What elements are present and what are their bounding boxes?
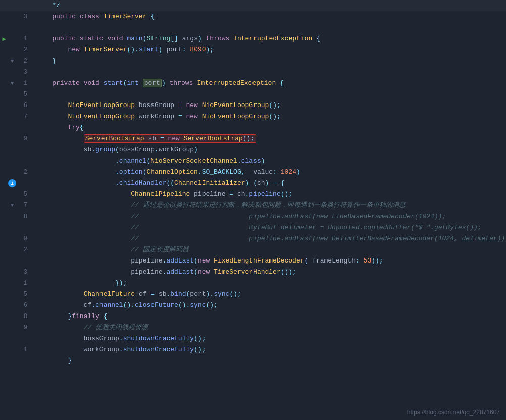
watermark: https://blog.csdn.net/qq_22871607 — [407, 409, 500, 416]
code-content: workGroup.shutdownGracefully(); — [34, 344, 506, 355]
code-line: ▼7 // 通过是否以换行符结果进行判断，解决粘包问题，即每遇到一条换行符算作一… — [0, 200, 506, 211]
line-number: 8 — [16, 213, 30, 220]
code-line: 3 public class TimerServer { — [0, 11, 506, 22]
line-number: 5 — [16, 291, 30, 298]
code-line: 8 }finally { — [0, 311, 506, 322]
line-gutter — [0, 146, 34, 154]
line-gutter: i — [0, 179, 34, 187]
line-gutter: 7 — [0, 113, 34, 121]
code-line: 5 ChannelPipeline pipeline = ch.pipeline… — [0, 189, 506, 200]
line-number: 3 — [16, 69, 30, 76]
line-gutter: ▼2 — [0, 57, 34, 65]
line-number: 1 — [16, 80, 30, 87]
line-number: 7 — [16, 113, 30, 120]
code-content: } — [34, 56, 506, 67]
line-gutter — [0, 24, 34, 32]
run-icon[interactable]: ▶ — [2, 35, 6, 43]
code-line: 2 // 固定长度解码器 — [0, 244, 506, 255]
code-line: } — [0, 355, 506, 366]
code-content: ServerBootstrap sb = new ServerBootstrap… — [34, 133, 506, 144]
code-content: .childHandler((ChannelInitializer) (ch) … — [34, 178, 506, 189]
line-gutter: 3 — [0, 13, 34, 21]
code-line: 1 workGroup.shutdownGracefully(); — [0, 344, 506, 355]
line-gutter — [0, 124, 34, 132]
line-gutter — [0, 2, 34, 10]
code-line: 2 .option(ChannelOption.SO_BACKLOG, valu… — [0, 167, 506, 178]
code-line: 7 NioEventLoopGroup workGroup = new NioE… — [0, 111, 506, 122]
code-content: .option(ChannelOption.SO_BACKLOG, value:… — [34, 167, 506, 178]
code-content: // 优雅关闭线程资源 — [34, 322, 506, 333]
code-content: pipeline.addLast(new FixedLengthFrameDec… — [34, 255, 506, 267]
code-line — [0, 22, 506, 33]
code-line: 3 pipeline.addLast(new TimeServerHandler… — [0, 267, 506, 278]
line-gutter: 2 — [0, 168, 34, 176]
code-line: ▼1 private void start(int port) throws I… — [0, 78, 506, 89]
code-editor: */3 public class TimerServer {▶1 public … — [0, 0, 506, 420]
line-gutter: 5 — [0, 190, 34, 198]
line-gutter: 3 — [0, 68, 34, 76]
line-gutter — [0, 157, 34, 165]
code-line: ▶1 public static void main(String[] args… — [0, 33, 506, 44]
line-number: 3 — [16, 269, 30, 276]
line-gutter: 9 — [0, 135, 34, 143]
line-number: 9 — [16, 324, 30, 331]
line-number: 9 — [16, 135, 30, 142]
code-line: 5 ChannelFuture cf = sb.bind(port).sync(… — [0, 289, 506, 300]
code-content: try{ — [34, 122, 506, 133]
fold-icon[interactable]: ▼ — [11, 58, 14, 64]
code-content: // pipeline.addLast(new LineBasedFrameDe… — [34, 211, 506, 222]
line-number: 6 — [16, 102, 30, 109]
code-content: // pipeline.addLast(new DelimiterBasedFr… — [34, 233, 506, 244]
code-line: // ByteBuf delimeter = Unpooled.copiedBu… — [0, 222, 506, 233]
line-gutter: 5 — [0, 90, 34, 98]
code-line: sb.group(bossGroup,workGroup) — [0, 144, 506, 155]
code-content: NioEventLoopGroup bossGroup = new NioEve… — [34, 100, 506, 111]
line-number: 0 — [16, 235, 30, 242]
code-line: 3 — [0, 67, 506, 78]
line-number: 2 — [16, 46, 30, 54]
line-gutter: 5 — [0, 290, 34, 298]
line-gutter: 0 — [0, 235, 34, 243]
line-number: 2 — [16, 169, 30, 176]
line-number: 7 — [16, 202, 30, 209]
code-line: 8 // pipeline.addLast(new LineBasedFrame… — [0, 211, 506, 222]
fold-icon[interactable]: ▼ — [11, 80, 14, 86]
code-line: .channel(NioServerSocketChannel.class) — [0, 155, 506, 167]
info-badge[interactable]: i — [8, 179, 16, 187]
code-line: ▼2 } — [0, 56, 506, 67]
line-number: 8 — [16, 313, 30, 320]
code-content: public class TimerServer { — [34, 11, 506, 22]
code-content: // 通过是否以换行符结果进行判断，解决粘包问题，即每遇到一条换行符算作一条单独… — [34, 200, 506, 211]
line-number: 1 — [16, 346, 30, 353]
code-content: } — [34, 355, 506, 366]
code-line: 6 cf.channel().closeFuture().sync(); — [0, 300, 506, 311]
code-content: ChannelPipeline pipeline = ch.pipeline()… — [34, 189, 506, 200]
code-content: public static void main(String[] args) t… — [34, 33, 506, 44]
code-content: // 固定长度解码器 — [34, 244, 506, 255]
code-line: 6 NioEventLoopGroup bossGroup = new NioE… — [0, 100, 506, 111]
code-content: ChannelFuture cf = sb.bind(port).sync(); — [34, 289, 506, 300]
line-number: 3 — [16, 13, 30, 20]
line-gutter: 8 — [0, 312, 34, 321]
line-number: 2 — [16, 246, 30, 253]
line-gutter: ▼7 — [0, 201, 34, 209]
line-gutter: 6 — [0, 101, 34, 110]
code-content: // ByteBuf delimeter = Unpooled.copiedBu… — [34, 222, 506, 233]
line-gutter: 2 — [0, 246, 34, 254]
code-content: }finally { — [34, 311, 506, 322]
code-line: i .childHandler((ChannelInitializer) (ch… — [0, 178, 506, 189]
line-gutter: ▼1 — [0, 79, 34, 87]
code-line: bossGroup.shutdownGracefully(); — [0, 333, 506, 344]
fold-icon[interactable]: ▼ — [11, 202, 14, 208]
code-line: 5 — [0, 89, 506, 100]
line-gutter — [0, 357, 34, 365]
code-line: */ — [0, 0, 506, 11]
line-gutter — [0, 335, 34, 343]
code-line: 9 // 优雅关闭线程资源 — [0, 322, 506, 333]
code-content: new TimerServer().start( port: 8090); — [34, 44, 506, 56]
line-gutter: 1 — [0, 346, 34, 354]
line-number: 1 — [16, 280, 30, 287]
code-line: 1 }); — [0, 278, 506, 289]
code-content: bossGroup.shutdownGracefully(); — [34, 333, 506, 344]
code-content: pipeline.addLast(new TimeServerHandler()… — [34, 267, 506, 278]
